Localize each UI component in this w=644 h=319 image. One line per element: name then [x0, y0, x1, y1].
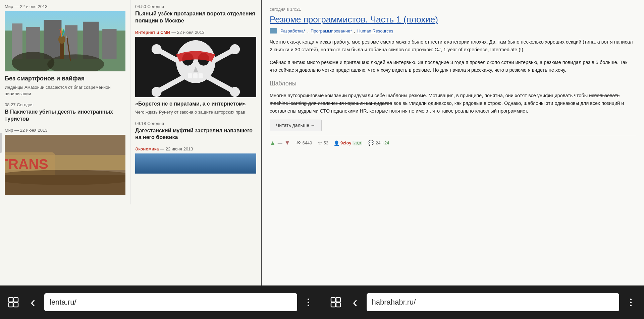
tag-razrabotka[interactable]: Разработка*: [280, 28, 305, 34]
right-url-bar[interactable]: [367, 293, 620, 311]
news-subtitle: Чего ждать Рунету от закона о защите авт…: [135, 109, 256, 115]
right-tabs-icon[interactable]: [328, 294, 344, 310]
right-toolbar: ‹: [322, 285, 644, 319]
left-panel: ‹ Мир — 22 июня 2013 📷: [0, 0, 262, 285]
bottom-toolbar: ‹ ‹: [0, 285, 644, 319]
article-body: Честно скажу, когда я искал работу, мое …: [270, 38, 636, 115]
comments-count: 24: [376, 140, 380, 145]
article-tags: Разработка*, Программирование*, Human Re…: [270, 28, 636, 34]
user-name[interactable]: 9zloy: [340, 140, 352, 145]
views-icon: 👁: [296, 140, 301, 146]
news-image-pirate: [135, 37, 256, 97]
news-image-plane: TRANS: [5, 135, 125, 195]
svg-point-35: [230, 44, 240, 54]
comments-plus: +24: [382, 140, 389, 145]
user-badge: 👤 9zloy 70,8: [334, 140, 362, 146]
article-para-templates: Многие аутсорсинговые компании придумали…: [270, 92, 636, 115]
svg-point-34: [152, 44, 162, 54]
views-count: 6449: [303, 140, 312, 145]
bookmarks-stat: ☆ 53: [318, 140, 328, 146]
text-before-strike: Многие аутсорсинговые компании придумали…: [270, 93, 589, 98]
article-para-1: Честно скажу, когда я искал работу, мое …: [270, 38, 636, 54]
news-title[interactable]: Дагестанский муфтий застрелил напавшего …: [135, 127, 256, 141]
article-title[interactable]: Резюме программистов. Часть 1 (плохие): [270, 14, 636, 25]
svg-rect-6: [83, 22, 99, 59]
user-karma: 70,8: [353, 141, 362, 145]
read-more-button[interactable]: Читать дальше →: [270, 120, 322, 131]
news-item-drunk-uzbek: 04:50 Сегодня Пьяный узбек протаранил во…: [135, 4, 256, 24]
bookmarks-count: 53: [324, 140, 328, 145]
svg-rect-48: [14, 303, 18, 307]
right-menu-button[interactable]: [623, 294, 639, 310]
vote-up-button[interactable]: ▲: [270, 139, 276, 146]
comments-stat: 💬 24 +24: [368, 140, 389, 146]
svg-rect-49: [331, 298, 335, 302]
left-menu-button[interactable]: [301, 294, 317, 310]
vote-down-button[interactable]: ▼: [284, 139, 290, 146]
svg-rect-43: [193, 73, 198, 78]
section-title: Шаблоны: [270, 79, 636, 88]
article-footer: ▲ — ▼ 👁 6449 ☆ 53 👤 9zloy 70,8: [270, 136, 636, 150]
scroll-left-arrow[interactable]: ‹: [0, 133, 2, 153]
news-item-internet-smi: Интернет и СМИ — 22 июня 2013: [135, 30, 256, 116]
strikethrough-2: мудрыми СТО: [298, 108, 330, 114]
svg-rect-46: [14, 298, 18, 302]
svg-rect-42: [188, 73, 192, 78]
left-toolbar: ‹: [0, 285, 322, 319]
svg-rect-44: [199, 73, 203, 78]
article-para-2: Сейчас я читаю много резюме и приглашаю …: [270, 59, 636, 74]
svg-point-23: [5, 170, 125, 185]
news-item-indigenous: Мир — 22 июня 2013 📷: [5, 4, 125, 97]
svg-rect-45: [9, 298, 13, 302]
svg-point-37: [230, 87, 240, 97]
svg-rect-7: [102, 29, 116, 59]
news-time: 04:50 Сегодня: [135, 4, 256, 9]
svg-rect-10: [60, 41, 64, 59]
news-item-economics: Экономика — 22 июня 2013: [135, 146, 256, 174]
svg-rect-47: [9, 303, 13, 307]
text-after: недалекими HR, которые понятия не имеют,…: [330, 108, 528, 114]
svg-rect-52: [336, 303, 340, 307]
comment-icon: 💬: [368, 140, 374, 146]
right-back-button[interactable]: ‹: [347, 294, 363, 310]
vote-controls: ▲ — ▼: [270, 139, 290, 146]
views-stat: 👁 6449: [296, 140, 312, 146]
vote-separator: —: [278, 140, 282, 146]
svg-rect-5: [65, 25, 77, 59]
left-url-bar[interactable]: [44, 293, 297, 311]
left-tabs-icon[interactable]: [5, 294, 21, 310]
svg-rect-51: [331, 303, 335, 307]
news-item-pakistan: 08:27 Сегодня В Пакистане убиты десять и…: [5, 102, 125, 123]
left-back-button[interactable]: ‹: [25, 294, 41, 310]
tag-programming[interactable]: Программирование*: [311, 28, 352, 34]
news-time: 08:27 Сегодня: [5, 102, 125, 107]
svg-point-36: [152, 87, 162, 97]
tag-hr[interactable]: Human Resources: [357, 28, 393, 34]
svg-rect-50: [336, 298, 340, 302]
news-category: Мир — 22 июня 2013: [5, 4, 125, 9]
news-category: Интернет и СМИ — 22 июня 2013: [135, 30, 256, 35]
right-panel: сегодня в 14:21 Резюме программистов. Ча…: [262, 0, 644, 285]
news-category: Мир — 22 июня 2013: [5, 128, 125, 133]
user-icon: 👤: [334, 140, 339, 146]
news-title[interactable]: В Пакистане убиты десять иностранных тур…: [5, 109, 125, 123]
news-image-indigenous: 📷: [5, 11, 125, 71]
news-title[interactable]: Без смартфонов и вайфая: [5, 75, 125, 82]
economics-image: [135, 153, 256, 174]
article-timestamp: сегодня в 14:21: [270, 7, 636, 12]
tag-icon: [270, 28, 277, 34]
news-title[interactable]: Пьяный узбек протаранил ворота отделения…: [135, 10, 256, 24]
news-time: 09:18 Сегодня: [135, 121, 256, 126]
news-item-dagestan-mufti: 09:18 Сегодня Дагестанский муфтий застре…: [135, 121, 256, 141]
svg-rect-2: [12, 23, 22, 59]
news-desc: Индейцы Амазонии спасаются от благ совре…: [5, 84, 125, 97]
svg-text:TRANS: TRANS: [5, 156, 48, 172]
news-item-dagestan-cat: Мир — 22 июня 2013 TRANS: [5, 128, 125, 195]
news-title[interactable]: «Борется не с пиратами, а с интернетом»: [135, 101, 256, 108]
star-icon: ☆: [318, 140, 322, 146]
news-category: Экономика — 22 июня 2013: [135, 146, 256, 151]
